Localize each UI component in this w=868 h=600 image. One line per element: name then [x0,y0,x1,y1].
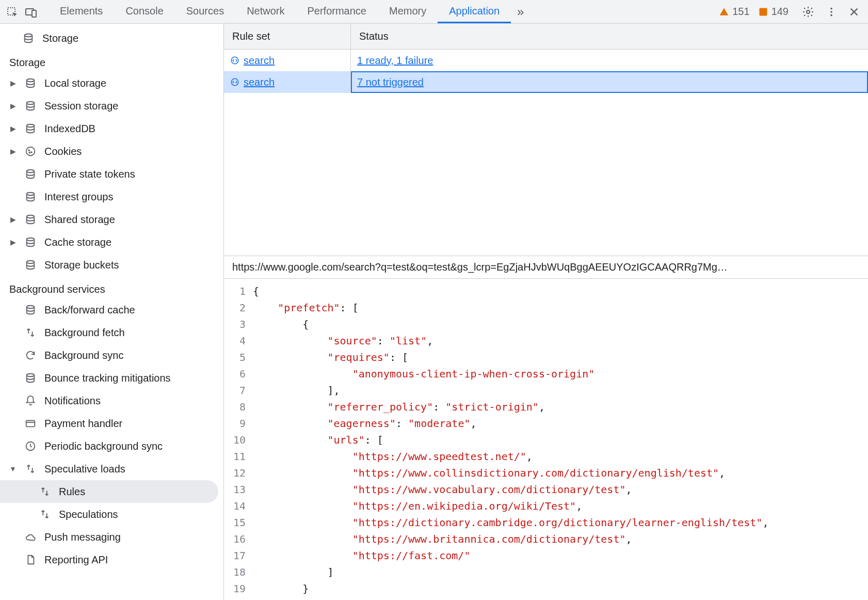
svg-point-20 [27,261,35,264]
line-number: 10 [224,432,253,448]
sidebar-item-cache-storage[interactable]: ▶ Cache storage [0,231,223,254]
chevron-right-icon[interactable]: ▶ [9,102,17,110]
svg-point-19 [27,238,35,241]
sidebar-item-label: Storage [42,33,78,44]
devtools-toolbar: ElementsConsoleSourcesNetworkPerformance… [0,0,868,24]
sidebar-item-session-storage[interactable]: ▶ Session storage [0,94,223,117]
svg-point-16 [27,170,35,173]
column-header-ruleset[interactable]: Rule set [224,24,351,49]
svg-rect-3 [759,8,767,15]
sync-icon [24,350,37,361]
tab-performance[interactable]: Performance [296,0,378,23]
rule-status-link[interactable]: 1 ready, 1 failure [357,55,433,67]
sidebar-item-indexeddb[interactable]: ▶ IndexedDB [0,117,223,140]
sidebar-item-shared-storage[interactable]: ▶ Shared storage [0,208,223,231]
sidebar-item-private-state-tokens[interactable]: ▶ Private state tokens [0,163,223,185]
svg-point-8 [25,34,33,37]
sidebar-item-local-storage[interactable]: ▶ Local storage [0,72,223,94]
sidebar-item-payment-handler[interactable]: ▶ Payment handler [0,412,223,435]
tab-application[interactable]: Application [438,0,511,23]
rule-name-link[interactable]: search [244,55,275,67]
chevron-right-icon[interactable]: ▶ [9,79,17,87]
rule-source-url[interactable]: https://www.google.com/search?q=test&oq=… [224,256,868,279]
svg-point-22 [27,374,35,377]
sidebar-item-cookies[interactable]: ▶ Cookies [0,140,223,163]
line-number: 2 [224,299,253,316]
close-icon[interactable] [848,6,860,18]
db-icon [24,123,37,134]
line-number: 7 [224,382,253,399]
svg-point-17 [27,193,35,196]
device-toggle-icon[interactable] [25,6,36,18]
sidebar-item-speculations[interactable]: Speculations [0,503,223,526]
clock-icon [24,440,37,452]
sidebar-item-notifications[interactable]: ▶ Notifications [0,389,223,412]
rule-status-link[interactable]: 7 not triggered [357,76,424,88]
application-sidebar: Storage Storage▶ Local storage▶ Session … [0,24,224,600]
sidebar-item-storage-buckets[interactable]: ▶ Storage buckets [0,254,223,276]
rule-row[interactable]: search1 ready, 1 failure [224,50,868,71]
tab-console[interactable]: Console [114,0,174,23]
chevron-down-icon[interactable]: ▼ [9,465,17,473]
sidebar-item-bounce-tracking-mitigations[interactable]: ▶ Bounce tracking mitigations [0,367,223,389]
sidebar-item-back-forward-cache[interactable]: ▶ Back/forward cache [0,298,223,321]
chevron-right-icon[interactable]: ▶ [9,147,17,155]
line-number: 20 [224,597,253,600]
sidebar-item-rules[interactable]: Rules [0,480,218,503]
svg-point-10 [27,102,35,105]
rule-row[interactable]: search7 not triggered [224,71,868,93]
sidebar-item-label: Cache storage [44,236,111,248]
sidebar-item-label: Bounce tracking mitigations [44,372,171,384]
tabs-overflow-button[interactable]: » [511,5,530,19]
db-icon [24,77,37,89]
svg-point-4 [807,10,810,13]
sidebar-item-label: Payment handler [44,418,122,430]
line-number: 1 [224,283,253,299]
tab-elements[interactable]: Elements [49,0,114,23]
cloud-icon [24,531,37,543]
svg-point-26 [231,78,238,86]
line-number: 6 [224,366,253,382]
settings-icon[interactable] [802,6,814,18]
sidebar-item-reporting-api[interactable]: ▶ Reporting API [0,548,223,571]
code-icon [230,56,239,65]
sidebar-item-label: Cookies [44,146,82,157]
sidebar-item-push-messaging[interactable]: ▶ Push messaging [0,526,223,548]
tab-sources[interactable]: Sources [175,0,235,23]
code-line: 7 ], [224,382,868,399]
warnings-count[interactable]: 151 [716,6,752,18]
sidebar-item-label: Rules [59,486,85,498]
column-header-status[interactable]: Status [351,24,868,49]
sidebar-item-speculative-loads[interactable]: ▼ Speculative loads [0,457,223,480]
svg-point-15 [29,152,30,153]
line-number: 18 [224,564,253,580]
sidebar-item-background-sync[interactable]: ▶ Background sync [0,344,223,367]
rule-name-link[interactable]: search [244,76,275,88]
sidebar-item-storage-top[interactable]: Storage [0,27,223,50]
tab-memory[interactable]: Memory [378,0,438,23]
sidebar-item-periodic-background-sync[interactable]: ▶ Periodic background sync [0,435,223,457]
sidebar-item-label: Background sync [44,350,123,361]
file-icon [24,554,37,565]
json-source-viewer[interactable]: 1{2 "prefetch": [3 {4 "source": "list",5… [224,279,868,600]
code-icon [230,77,239,87]
chevron-right-icon[interactable]: ▶ [9,124,17,133]
svg-rect-2 [32,10,36,17]
sidebar-section-title: Background services [0,276,223,298]
line-number: 15 [224,514,253,531]
line-number: 8 [224,399,253,415]
chevron-right-icon[interactable]: ▶ [9,238,17,246]
sidebar-item-background-fetch[interactable]: ▶ Background fetch [0,321,223,344]
inspect-icon[interactable] [6,6,18,18]
svg-point-11 [27,124,35,128]
tab-network[interactable]: Network [235,0,296,23]
sidebar-item-interest-groups[interactable]: ▶ Interest groups [0,185,223,208]
line-number: 5 [224,349,253,366]
updown-icon [24,463,37,475]
line-number: 17 [224,547,253,564]
kebab-menu-icon[interactable] [826,6,837,18]
line-number: 14 [224,498,253,514]
issues-count[interactable]: 149 [755,6,792,18]
code-line: 19 } [224,580,868,597]
chevron-right-icon[interactable]: ▶ [9,215,17,224]
